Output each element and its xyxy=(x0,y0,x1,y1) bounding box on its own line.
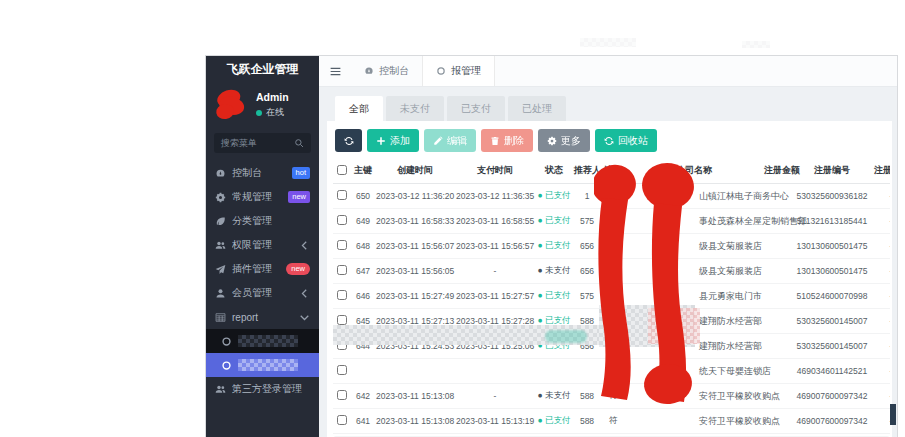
column-header-状态[interactable]: 状态 xyxy=(535,160,573,184)
column-header-支付时间[interactable]: 支付时间 xyxy=(455,160,535,184)
status-label: 已支付 xyxy=(545,315,571,325)
dashboard-icon xyxy=(215,168,226,179)
column-header-创建时间[interactable]: 创建时间 xyxy=(375,160,455,184)
referrer xyxy=(573,359,601,384)
topbar-tab-控制台[interactable]: 控制台 xyxy=(351,56,422,86)
status-cell: ● 已支付 xyxy=(535,409,573,434)
sidebar-item-插件管理[interactable]: 插件管理new xyxy=(206,257,319,281)
status-cell: ● 已支付 xyxy=(535,284,573,309)
status-cell: ● 已支付 xyxy=(535,334,573,359)
paid-time: 2023-03-11 15:27:57 xyxy=(455,284,535,309)
column-header-注册编号[interactable]: 注册编号 xyxy=(791,160,873,184)
row-checkbox[interactable] xyxy=(337,215,347,225)
sidebar-item-censored[interactable] xyxy=(206,353,319,377)
more-button[interactable]: 更多 xyxy=(538,129,590,152)
register-number: 530325600936182 xyxy=(791,184,873,209)
recycle-bin-button[interactable]: 回收站 xyxy=(595,129,657,152)
gears-icon xyxy=(215,192,226,203)
row-checkbox[interactable] xyxy=(337,390,347,400)
chevron-left-icon xyxy=(299,288,310,299)
status-cell: ● 已支付 xyxy=(535,209,573,234)
select-all-checkbox[interactable] xyxy=(337,165,347,175)
row-checkbox[interactable] xyxy=(337,340,347,350)
column-header-法人[interactable]: 法人 xyxy=(601,160,625,184)
status-dot-icon: ● xyxy=(538,190,546,200)
status-dot-icon: ● xyxy=(538,240,546,250)
register-number: 511321613185441 xyxy=(791,209,873,234)
table-row[interactable]: 6412023-03-11 15:13:082023-03-11 15:13:1… xyxy=(333,409,890,434)
filter-tab-全部[interactable]: 全部 xyxy=(335,96,383,121)
table-row[interactable]: 6422023-03-11 15:13:08-● 未支付588符安符卫平橡胶收购… xyxy=(333,384,890,409)
table-row[interactable]: 6462023-03-11 15:27:492023-03-11 15:27:5… xyxy=(333,284,890,309)
table-row[interactable]: 6482023-03-11 15:56:072023-03-11 15:56:5… xyxy=(333,234,890,259)
status-label: 已支付 xyxy=(545,215,571,225)
sidebar-search-input[interactable]: 搜索菜单 xyxy=(214,133,311,153)
badge-new: new xyxy=(286,263,310,275)
chevron-left-icon xyxy=(299,240,310,251)
sidebar-item-会员管理[interactable]: 会员管理 xyxy=(206,281,319,305)
register-time: - xyxy=(873,309,890,334)
sidebar-toggle-button[interactable] xyxy=(319,56,351,86)
register-amount xyxy=(763,259,791,284)
sidebar-item-第三方登录管理[interactable]: 第三方登录管理 xyxy=(206,377,319,401)
paid-time: 2023-03-12 11:36:35 xyxy=(455,184,535,209)
table-row-censored[interactable]: 统天下母婴连锁店469034601142521- xyxy=(333,359,890,384)
active-page-button-clipped[interactable] xyxy=(890,404,896,425)
sidebar-item-控制台[interactable]: 控制台hot xyxy=(206,161,319,185)
panel: 添加 编辑 删除 更多 回收站 主键创建时间支付时间状态推荐人法人公司名称注册金… xyxy=(327,121,892,437)
table-row[interactable]: 6492023-03-11 16:58:332023-03-11 16:58:5… xyxy=(333,209,890,234)
status-label: 未支付 xyxy=(545,390,571,400)
column-header-推荐人[interactable]: 推荐人 xyxy=(573,160,601,184)
refresh-button[interactable] xyxy=(335,129,362,152)
recycle-bin-button-label: 回收站 xyxy=(618,134,648,148)
edit-button[interactable]: 编辑 xyxy=(424,129,476,152)
status-badge: ● 已支付 xyxy=(538,290,571,300)
table-row[interactable]: 6452023-03-11 15:27:132023-03-11 15:27:2… xyxy=(333,309,890,334)
filter-tab-未支付[interactable]: 未支付 xyxy=(386,96,444,121)
sidebar-item-常规管理[interactable]: 常规管理new xyxy=(206,185,319,209)
table-row[interactable]: 6502023-03-12 11:36:202023-03-12 11:36:3… xyxy=(333,184,890,209)
sidebar-item-分类管理[interactable]: 分类管理 xyxy=(206,209,319,233)
register-time: - xyxy=(873,259,890,284)
status-label: 已支付 xyxy=(545,415,571,425)
status-badge: ● 已支付 xyxy=(538,415,571,425)
column-header-主键[interactable]: 主键 xyxy=(351,160,375,184)
row-checkbox[interactable] xyxy=(337,265,347,275)
row-checkbox[interactable] xyxy=(337,290,347,300)
company-name: 统天下母婴连锁店 xyxy=(625,359,763,384)
delete-button[interactable]: 删除 xyxy=(481,129,533,152)
more-button-label: 更多 xyxy=(561,134,581,148)
column-header-注册时间[interactable]: 注册时间 xyxy=(873,160,890,184)
row-checkbox[interactable] xyxy=(337,315,347,325)
legal-person: 李 xyxy=(601,259,625,284)
sidebar-item-report[interactable]: report xyxy=(206,305,319,329)
referrer: 575 xyxy=(573,209,601,234)
gear-icon xyxy=(547,136,557,146)
filter-tab-已处理[interactable]: 已处理 xyxy=(508,96,566,121)
table-row[interactable]: 6442023-03-11 15:24:532023-03-11 15:25:0… xyxy=(333,334,890,359)
status-dot-icon: ● xyxy=(538,215,546,225)
row-checkbox[interactable] xyxy=(337,365,347,375)
table-row[interactable]: 6472023-03-11 15:56:05-● 未支付656李级县文菊服装店1… xyxy=(333,259,890,284)
row-checkbox[interactable] xyxy=(337,190,347,200)
sidebar-item-权限管理[interactable]: 权限管理 xyxy=(206,233,319,257)
row-checkbox[interactable] xyxy=(337,240,347,250)
sidebar-item-censored[interactable] xyxy=(206,329,319,353)
register-number: 469034601142521 xyxy=(791,359,873,384)
filter-tab-已支付[interactable]: 已支付 xyxy=(447,96,505,121)
column-header-注册金额[interactable]: 注册金额 xyxy=(763,160,791,184)
add-button[interactable]: 添加 xyxy=(367,129,419,152)
status-cell: ● 未支付 xyxy=(535,259,573,284)
column-header-公司名称[interactable]: 公司名称 xyxy=(625,160,763,184)
records-table: 主键创建时间支付时间状态推荐人法人公司名称注册金额注册编号注册时间6502023… xyxy=(333,160,890,434)
row-checkbox[interactable] xyxy=(337,415,347,425)
user-status: 在线 xyxy=(256,106,289,119)
register-time: - xyxy=(873,384,890,409)
row-id xyxy=(351,359,375,384)
legal-person xyxy=(601,309,625,334)
register-time: - xyxy=(873,234,890,259)
created-time: 2023-03-11 15:27:49 xyxy=(375,284,455,309)
status-label: 未支付 xyxy=(545,265,571,275)
row-id: 650 xyxy=(351,184,375,209)
topbar-tab-报管理[interactable]: 报管理 xyxy=(422,56,495,86)
